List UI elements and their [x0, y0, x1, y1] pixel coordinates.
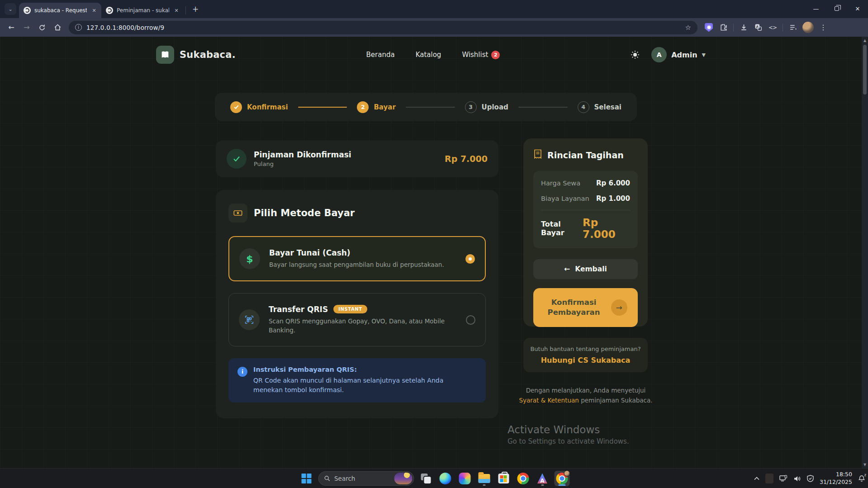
chrome-icon[interactable]	[515, 471, 531, 486]
billing-heading: Rincian Tagihan	[547, 150, 624, 160]
wishlist-count-badge: 2	[491, 51, 500, 59]
tray-app-icon[interactable]	[765, 474, 773, 483]
security-shield-icon[interactable]	[807, 475, 814, 482]
radio-unselected[interactable]	[466, 315, 475, 325]
notification-bell-icon[interactable]: z	[858, 475, 865, 482]
scroll-up-arrow[interactable]: ▲	[863, 37, 866, 44]
menu-dots-icon[interactable]: ⋮	[816, 21, 830, 34]
tray-date: 31/12/2025	[820, 479, 852, 486]
browser-tab[interactable]: Peminjaman - sukabaca ✕	[101, 3, 184, 18]
back-button-kembali[interactable]: ← Kembali	[533, 259, 638, 279]
payment-option-qris[interactable]: Transfer QRIS INSTANT Scan QRIS mengguna…	[228, 293, 486, 346]
bookmark-star-icon[interactable]: ☆	[685, 24, 691, 32]
billing-summary-card: Rincian Tagihan Harga Sewa Rp 6.000 Biay…	[523, 138, 648, 327]
scroll-down-arrow[interactable]: ▼	[863, 461, 866, 468]
step-connector	[518, 107, 568, 108]
copilot-icon[interactable]	[457, 471, 472, 486]
browser-toolbar: ← → i 127.0.0.1:8000/borrow/9 ☆ A <> ⋮	[0, 18, 868, 37]
toolbar-extensions: A <> ⋮	[702, 21, 830, 34]
contact-cs-link[interactable]: Hubungi CS Sukabaca	[541, 356, 631, 365]
windows-logo-icon	[301, 474, 311, 483]
tab-search-button[interactable]: ⌄	[5, 3, 16, 15]
nav-beranda[interactable]: Beranda	[366, 51, 395, 59]
reload-icon	[38, 24, 46, 31]
billing-panel: Harga Sewa Rp 6.000 Biaya Layanan Rp 1.0…	[533, 171, 638, 248]
devtools-code-icon[interactable]: <>	[766, 21, 779, 34]
payment-heading: Pilih Metode Bayar	[254, 208, 355, 218]
info-icon: i	[237, 367, 247, 377]
edge-icon[interactable]	[437, 471, 453, 486]
qris-qr-icon	[239, 309, 260, 330]
confirmation-amount: Rp 7.000	[445, 154, 488, 164]
tab-close-icon[interactable]: ✕	[173, 7, 180, 14]
user-menu[interactable]: A Admin ▼	[651, 47, 706, 62]
downloads-icon[interactable]	[737, 21, 750, 34]
profile-badge	[564, 470, 570, 477]
total-row: Total Bayar Rp 7.000	[541, 217, 630, 240]
reading-list-icon[interactable]	[786, 21, 800, 34]
step-selesai: 4 Selesai	[578, 101, 621, 113]
extensions-puzzle-icon[interactable]	[716, 21, 730, 34]
user-avatar: A	[651, 47, 667, 62]
profile-avatar[interactable]	[802, 22, 814, 33]
home-button[interactable]	[51, 21, 64, 34]
windows-taskbar: Search A 18:50 31/12/2025 z	[0, 468, 868, 488]
task-view-button[interactable]	[418, 471, 433, 486]
address-bar[interactable]: i 127.0.0.1:8000/borrow/9 ☆	[69, 21, 697, 34]
extension-shield-icon[interactable]	[702, 21, 716, 34]
help-question: Butuh bantuan tentang peminjaman?	[530, 346, 640, 352]
taskbar-search[interactable]: Search	[318, 471, 414, 486]
step-upload: 3 Upload	[465, 101, 508, 113]
scrollbar[interactable]: ▲ ▼	[862, 37, 868, 468]
terms-note: Dengan melanjutkan, Anda menyetujui Syar…	[516, 386, 656, 405]
arrow-right-icon: →	[611, 299, 627, 316]
scrollbar-thumb[interactable]	[863, 45, 867, 95]
network-icon[interactable]	[779, 475, 787, 482]
info-title: Instruksi Pembayaran QRIS:	[253, 366, 448, 373]
a-app-icon[interactable]: A	[535, 471, 550, 486]
restore-button[interactable]	[826, 0, 847, 17]
volume-icon[interactable]	[793, 475, 801, 482]
search-highlight-image[interactable]	[394, 473, 412, 484]
brand[interactable]: Sukabaca.	[156, 46, 236, 64]
radio-selected[interactable]	[465, 254, 475, 264]
url-text[interactable]: 127.0.0.1:8000/borrow/9	[86, 24, 164, 31]
browser-tab-active[interactable]: sukabaca - Request Peminjaman ✕	[19, 3, 101, 18]
step-konfirmasi: Konfirmasi	[230, 101, 288, 113]
tab-title: Peminjaman - sukabaca	[117, 7, 169, 14]
close-button[interactable]: ✕	[847, 0, 868, 17]
chevron-down-icon: ▼	[702, 52, 706, 58]
clock[interactable]: 18:50 31/12/2025	[820, 471, 852, 486]
file-explorer-icon[interactable]	[476, 471, 492, 486]
new-tab-button[interactable]: +	[190, 3, 201, 15]
reload-button[interactable]	[35, 21, 49, 34]
banknote-icon	[228, 204, 247, 223]
forward-button[interactable]: →	[20, 21, 33, 34]
tray-time: 18:50	[820, 471, 852, 479]
microsoft-store-icon[interactable]	[496, 471, 511, 486]
site-header: Sukabaca. Beranda Katalog Wishlist 2 A A…	[0, 37, 862, 73]
divider	[541, 210, 630, 210]
arrow-left-icon: ←	[564, 265, 570, 273]
total-amount: Rp 7.000	[583, 217, 630, 240]
tray-chevron-up-icon[interactable]	[754, 477, 759, 480]
start-button[interactable]	[299, 471, 314, 486]
confirm-payment-button[interactable]: Konfirmasi Pembayaran →	[533, 288, 638, 327]
site-info-icon[interactable]: i	[75, 24, 82, 31]
back-button[interactable]: ←	[5, 21, 18, 34]
nav-wishlist[interactable]: Wishlist 2	[462, 51, 500, 59]
tab-close-icon[interactable]: ✕	[90, 7, 98, 14]
terms-link[interactable]: Syarat & Ketentuan	[519, 397, 579, 404]
help-card: Butuh bantuan tentang peminjaman? Hubung…	[523, 338, 648, 372]
theme-toggle-sun-icon[interactable]	[631, 50, 640, 59]
tab-favicon	[24, 7, 31, 14]
payment-option-cash[interactable]: $ Bayar Tunai (Cash) Bayar langsung saat…	[228, 236, 486, 281]
minimize-button[interactable]: —	[806, 0, 826, 17]
confirmation-title: Pinjaman Dikonfirmasi	[254, 150, 351, 159]
step-connector	[298, 107, 347, 108]
page-viewport: Sukabaca. Beranda Katalog Wishlist 2 A A…	[0, 37, 862, 468]
window-controls: — ✕	[806, 0, 868, 17]
chrome-active-window[interactable]	[554, 471, 569, 486]
translate-icon[interactable]: A	[751, 21, 765, 34]
nav-katalog[interactable]: Katalog	[416, 51, 441, 59]
